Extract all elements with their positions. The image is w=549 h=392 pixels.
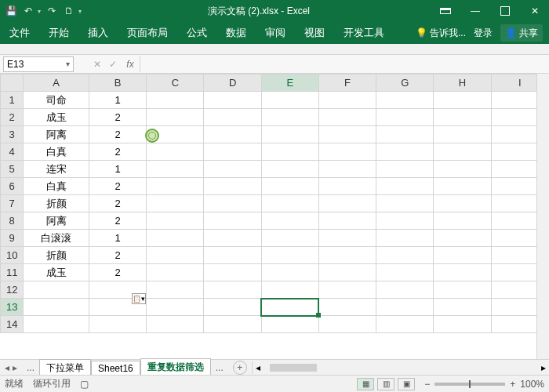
qat-customize-icon[interactable]: ▾: [78, 8, 82, 15]
cell[interactable]: [204, 212, 261, 230]
cell[interactable]: 连宋: [24, 161, 89, 178]
cell[interactable]: [261, 161, 318, 178]
save-icon[interactable]: 💾: [5, 5, 17, 17]
cell[interactable]: [147, 299, 204, 316]
cell[interactable]: 1: [89, 161, 147, 178]
cell[interactable]: [376, 109, 434, 126]
cell[interactable]: 成玉: [24, 109, 89, 126]
cell[interactable]: [24, 316, 89, 333]
cell[interactable]: [147, 161, 204, 178]
cell[interactable]: [24, 281, 89, 299]
cell[interactable]: [434, 195, 491, 212]
cell[interactable]: [261, 109, 318, 126]
cell[interactable]: [261, 316, 318, 333]
cell[interactable]: [434, 299, 491, 316]
tab-page-layout[interactable]: 页面布局: [118, 22, 177, 44]
cell[interactable]: [318, 92, 376, 109]
cell[interactable]: 2: [89, 212, 147, 230]
cell[interactable]: 2: [89, 143, 147, 161]
formula-input[interactable]: [140, 56, 549, 72]
view-page-layout-icon[interactable]: ▥: [377, 378, 394, 390]
record-macro-icon[interactable]: ▢: [80, 379, 89, 390]
cell[interactable]: 1: [89, 230, 147, 247]
sheet-tab[interactable]: Sheet16: [91, 361, 140, 376]
cell[interactable]: [318, 281, 376, 299]
row-header[interactable]: 9: [1, 230, 24, 247]
zoom-in-button[interactable]: +: [510, 379, 515, 390]
scroll-left-icon[interactable]: ◂: [253, 362, 264, 373]
row-header[interactable]: 2: [1, 109, 24, 126]
cell[interactable]: 1: [89, 92, 147, 109]
cell[interactable]: [261, 212, 318, 230]
cell[interactable]: [376, 92, 434, 109]
share-button[interactable]: 👤共享: [500, 24, 543, 42]
undo-dropdown-icon[interactable]: ▾: [38, 8, 41, 15]
tab-insert[interactable]: 插入: [78, 22, 118, 44]
cell[interactable]: [434, 247, 491, 264]
tab-data[interactable]: 数据: [216, 22, 256, 44]
tab-file[interactable]: 文件: [0, 22, 39, 44]
new-sheet-button[interactable]: +: [233, 361, 247, 375]
row-header[interactable]: 5: [1, 161, 24, 178]
cell[interactable]: 白真: [24, 143, 89, 161]
cell[interactable]: [147, 195, 204, 212]
cell[interactable]: [376, 247, 434, 264]
cell[interactable]: [261, 247, 318, 264]
cell[interactable]: [261, 281, 318, 299]
namebox-dropdown-icon[interactable]: ▾: [66, 60, 70, 68]
cell[interactable]: [318, 264, 376, 281]
cell[interactable]: [376, 299, 434, 316]
cell[interactable]: 2: [89, 264, 147, 281]
cell[interactable]: [147, 247, 204, 264]
scroll-right-icon[interactable]: ▸: [538, 362, 549, 373]
cell[interactable]: [147, 143, 204, 161]
cell[interactable]: [434, 161, 491, 178]
row-header[interactable]: 14: [1, 316, 24, 333]
cell[interactable]: [318, 195, 376, 212]
select-all-triangle[interactable]: [1, 74, 24, 92]
row-header[interactable]: 3: [1, 126, 24, 143]
cell[interactable]: [204, 230, 261, 247]
cell[interactable]: [147, 109, 204, 126]
cell[interactable]: [376, 161, 434, 178]
cell[interactable]: [147, 92, 204, 109]
horizontal-scrollbar[interactable]: ◂ ▸: [252, 361, 549, 374]
cell[interactable]: [204, 247, 261, 264]
cell[interactable]: [204, 92, 261, 109]
cell[interactable]: [434, 143, 491, 161]
col-header-A[interactable]: A: [24, 74, 89, 92]
close-button[interactable]: ✕: [521, 0, 549, 22]
col-header-C[interactable]: C: [147, 74, 204, 92]
vertical-scrollbar[interactable]: [536, 74, 549, 359]
redo-icon[interactable]: ↷: [45, 5, 58, 17]
cell[interactable]: [147, 230, 204, 247]
cell[interactable]: 折颜: [24, 247, 89, 264]
minimize-button[interactable]: ―: [461, 0, 489, 22]
row-header[interactable]: 10: [1, 247, 24, 264]
cell[interactable]: [204, 264, 261, 281]
cell[interactable]: 折颜: [24, 195, 89, 212]
cell[interactable]: [434, 126, 491, 143]
cell[interactable]: [318, 247, 376, 264]
cell[interactable]: [434, 316, 491, 333]
cell[interactable]: [204, 281, 261, 299]
tab-scroll-prev-icon[interactable]: ▸: [13, 362, 17, 373]
cell[interactable]: [434, 281, 491, 299]
cell[interactable]: [434, 230, 491, 247]
cell[interactable]: 阿离: [24, 126, 89, 143]
cell[interactable]: [261, 230, 318, 247]
cell[interactable]: [318, 212, 376, 230]
login-link[interactable]: 登录: [474, 27, 493, 40]
cell[interactable]: [147, 281, 204, 299]
cell[interactable]: 成玉: [24, 264, 89, 281]
cell[interactable]: [147, 264, 204, 281]
row-header[interactable]: 11: [1, 264, 24, 281]
cell[interactable]: [434, 264, 491, 281]
cell[interactable]: [204, 143, 261, 161]
cell-grid[interactable]: A B C D E F G H I 1司命1 2成玉2 3阿离2 4白真2 5连…: [0, 74, 549, 333]
cell[interactable]: [261, 178, 318, 195]
col-header-D[interactable]: D: [204, 74, 261, 92]
tab-developer[interactable]: 开发工具: [334, 22, 394, 44]
cell[interactable]: [376, 281, 434, 299]
row-header[interactable]: 6: [1, 178, 24, 195]
